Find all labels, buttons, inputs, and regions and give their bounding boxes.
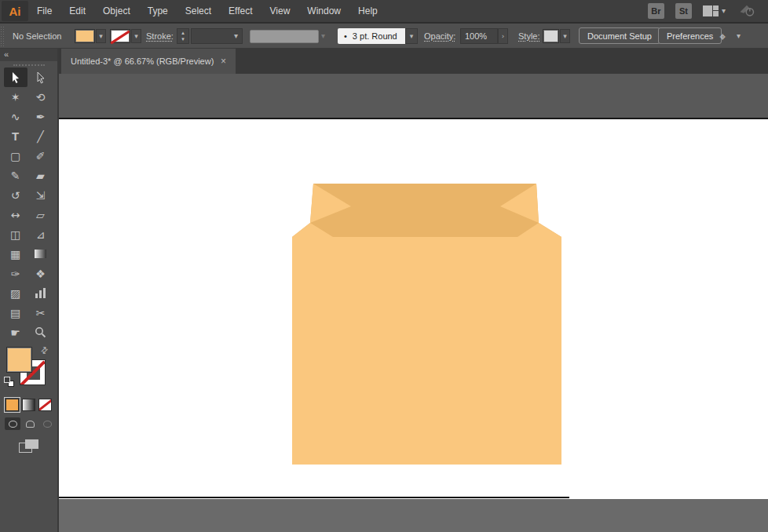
brush-definition-value: 3 pt. Round: [353, 31, 397, 41]
paintbrush-tool[interactable]: ✐: [29, 146, 53, 166]
selection-status: No Selection: [13, 31, 61, 41]
gradient-icon: [35, 250, 46, 258]
bag-body-shape[interactable]: [292, 237, 561, 465]
rotate-tool[interactable]: ↺: [4, 185, 27, 205]
style-label[interactable]: Style:: [518, 31, 540, 41]
width-profile-dropdown: ▾: [321, 32, 325, 40]
width-profile-select[interactable]: [250, 30, 319, 43]
stroke-weight-stepper[interactable]: ▴ ▾: [177, 28, 189, 44]
mesh-tool[interactable]: ▦: [4, 244, 27, 264]
transform-dropdown[interactable]: ▾: [737, 32, 741, 40]
stroke-color-swatch[interactable]: [110, 29, 130, 43]
color-button[interactable]: [5, 399, 19, 411]
magic-wand-tool[interactable]: ✶: [4, 87, 27, 107]
width-tool[interactable]: ↔: [4, 205, 27, 224]
type-tool[interactable]: T: [4, 126, 27, 146]
draw-inside-mode[interactable]: [39, 417, 55, 430]
chevron-down-icon: ▾: [722, 7, 726, 15]
symbol-sprayer-tool[interactable]: ▨: [4, 283, 27, 303]
sync-status-icon: [737, 2, 757, 20]
menu-help[interactable]: Help: [349, 0, 386, 22]
document-setup-button[interactable]: Document Setup: [579, 27, 660, 44]
gradient-button[interactable]: [22, 399, 35, 411]
column-graph-tool[interactable]: [29, 283, 53, 303]
opacity-label[interactable]: Opacity:: [424, 31, 455, 41]
lasso-tool[interactable]: ⟲: [29, 87, 53, 107]
fill-color-box[interactable]: [6, 347, 32, 373]
menu-object[interactable]: Object: [94, 0, 139, 22]
eyedropper-tool[interactable]: ✑: [4, 264, 27, 283]
preferences-button[interactable]: Preferences: [658, 27, 722, 44]
menu-window[interactable]: Window: [298, 0, 349, 22]
color-mode-row: [0, 399, 57, 411]
menu-view[interactable]: View: [261, 0, 299, 22]
stepper-up-icon[interactable]: ▴: [181, 31, 185, 36]
menu-type[interactable]: Type: [139, 0, 177, 22]
artboard-canvas[interactable]: [59, 74, 768, 532]
document-tab-bar: Untitled-3* @ 66.67% (RGB/Preview) ×: [59, 49, 768, 74]
pen-tool[interactable]: ✒: [29, 107, 53, 126]
opacity-input[interactable]: 100%: [460, 28, 498, 44]
brush-definition-select[interactable]: • 3 pt. Round: [338, 28, 405, 44]
free-transform-tool[interactable]: ▱: [29, 205, 53, 224]
rectangle-tool[interactable]: ▢: [4, 146, 27, 166]
perspective-grid-tool[interactable]: ⊿: [29, 224, 53, 244]
workspace-grid-icon: [703, 5, 719, 16]
fill-color-swatch[interactable]: [75, 29, 95, 43]
slice-tool[interactable]: ✂: [29, 303, 53, 322]
artboard-bottom-edge: [59, 497, 569, 498]
stroke-weight-select[interactable]: ▾: [191, 28, 243, 44]
curvature-tool[interactable]: ∿: [4, 107, 27, 126]
draw-behind-mode[interactable]: [22, 417, 38, 430]
line-segment-tool[interactable]: ╱: [29, 126, 53, 146]
pasteboard-below-artboard: [59, 499, 768, 532]
direct-selection-tool[interactable]: [29, 67, 53, 87]
change-screen-mode-button[interactable]: [19, 439, 39, 455]
scale-tool[interactable]: ⇲: [29, 185, 53, 205]
close-tab-icon[interactable]: ×: [219, 56, 228, 67]
screen-mode-icon-front: [25, 439, 38, 449]
artboard-tool[interactable]: ▤: [4, 303, 27, 322]
pencil-tool[interactable]: ✎: [4, 166, 27, 185]
menu-select[interactable]: Select: [177, 0, 220, 22]
selection-tool[interactable]: [4, 67, 27, 87]
draw-normal-mode[interactable]: [5, 417, 20, 430]
style-dropdown[interactable]: ▾: [560, 29, 570, 43]
bridge-button[interactable]: Br: [648, 3, 664, 19]
stroke-color-dropdown[interactable]: ▾: [131, 29, 141, 43]
tool-grid: ✶ ⟲ ∿ ✒ T ╱ ▢ ✐ ✎ ▰ ↺ ⇲ ↔ ▱ ◫ ⊿ ▦ ✑ ❖ ▨ …: [0, 67, 57, 342]
document-tab-title: Untitled-3* @ 66.67% (RGB/Preview): [71, 56, 214, 66]
menu-bar: Ai File Edit Object Type Select Effect V…: [0, 0, 768, 24]
gradient-tool[interactable]: [29, 244, 53, 264]
swap-fill-stroke-icon[interactable]: ⇄: [38, 344, 51, 357]
fill-color-dropdown[interactable]: ▾: [96, 29, 106, 43]
panel-drag-handle[interactable]: [13, 64, 45, 66]
workspace-switcher[interactable]: ▾: [703, 5, 726, 16]
stroke-weight-label[interactable]: Stroke:: [146, 31, 174, 41]
transform-reference-icon[interactable]: ⌖: [719, 30, 726, 44]
control-bar: No Selection ▾ ▾ Stroke: ▴ ▾ ▾ ▾ • 3 pt.…: [0, 24, 768, 49]
stepper-down-icon[interactable]: ▾: [181, 37, 185, 42]
stock-button[interactable]: St: [675, 3, 692, 19]
hand-tool[interactable]: ☛: [4, 322, 27, 342]
menu-edit[interactable]: Edit: [60, 0, 94, 22]
default-fill-stroke-icon[interactable]: [4, 377, 14, 387]
menu-file[interactable]: File: [28, 0, 60, 22]
chevron-down-icon: ▾: [234, 32, 238, 40]
brush-definition-dropdown[interactable]: ▾: [405, 28, 418, 44]
shape-builder-tool[interactable]: ◫: [4, 224, 27, 244]
drawing-modes-row: [0, 417, 57, 430]
none-button[interactable]: [38, 399, 52, 411]
zoom-tool[interactable]: [29, 322, 53, 342]
tools-panel: « ✶ ⟲ ∿ ✒ T ╱ ▢ ✐ ✎ ▰ ↺ ⇲ ↔ ▱ ◫ ⊿ ▦ ✑ ❖ …: [0, 49, 59, 532]
style-swatch[interactable]: [543, 29, 559, 43]
paper-bag-artwork[interactable]: [292, 183, 561, 465]
document-tab[interactable]: Untitled-3* @ 66.67% (RGB/Preview) ×: [61, 49, 236, 74]
collapse-panel-button[interactable]: «: [0, 49, 57, 61]
opacity-stepper[interactable]: ›: [498, 28, 508, 44]
blend-tool[interactable]: ❖: [29, 264, 53, 283]
menu-effect[interactable]: Effect: [220, 0, 261, 22]
eraser-tool[interactable]: ▰: [29, 166, 53, 185]
panel-grip[interactable]: [0, 26, 5, 46]
fill-stroke-indicator: ⇄: [0, 347, 57, 392]
